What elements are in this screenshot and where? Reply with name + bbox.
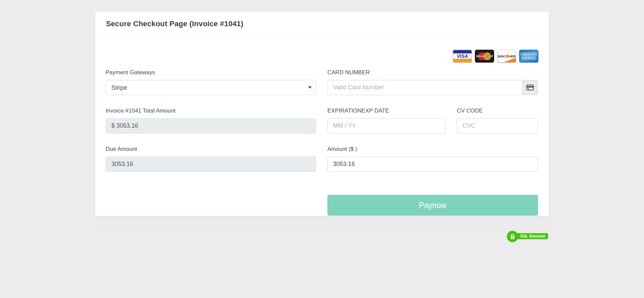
ssl-secured-badge: SSL Secured [507, 231, 547, 242]
payment-gateway-select-wrap: Stripe [106, 80, 316, 95]
paynow-button[interactable]: Paynow [327, 195, 538, 216]
amex-label: AMERICAN EXPRESS [520, 50, 538, 62]
invoice-total-field: Invoice #1041 Total Amount [106, 107, 316, 133]
ssl-badge-text: SSL Secured [516, 233, 548, 239]
discover-orange-ball [506, 55, 509, 58]
form-left-column: Payment Gateways Stripe Invoice #1041 To… [106, 69, 316, 216]
amount-label: Amount ($ ) [327, 145, 538, 153]
lock-icon [510, 234, 515, 240]
visa-card-icon: VISA [453, 50, 472, 62]
card-number-addon [523, 80, 538, 95]
page-divider [95, 229, 549, 229]
card-header: Secure Checkout Page (Invoice #1041) [95, 12, 549, 36]
payment-gateway-select[interactable]: Stripe [106, 80, 316, 95]
visa-label: VISA [453, 53, 472, 59]
discover-swoosh [503, 58, 516, 62]
amex-label-line1: AMERICAN [521, 53, 537, 56]
expiration-input[interactable] [327, 118, 445, 133]
due-amount-input [106, 157, 316, 172]
card-number-label: CARD NUMBER [327, 69, 538, 76]
discover-card-icon: DISCVER [497, 50, 516, 62]
due-amount-label: Due Amount [106, 145, 316, 153]
invoice-total-label: Invoice #1041 Total Amount [106, 107, 316, 115]
expiration-field: EXPIRATIONEXP DATE [327, 107, 445, 133]
invoice-total-input [106, 118, 316, 133]
exp-cvc-row: EXPIRATIONEXP DATE CV CODE [327, 107, 538, 133]
due-amount-field: Due Amount [106, 145, 316, 172]
card-number-input[interactable] [327, 80, 523, 95]
cvc-input[interactable] [457, 118, 538, 133]
card-body: VISA MasterCard DISCVER AMERICAN EXPRESS [95, 49, 549, 216]
checkout-page: { "card": { "title": "Secure Checkout Pa… [0, 0, 644, 298]
payment-gateway-label: Payment Gateways [106, 69, 316, 76]
amex-card-icon: AMERICAN EXPRESS [519, 50, 538, 62]
form-right-column: CARD NUMBER EXPI [327, 69, 538, 216]
amount-input[interactable] [327, 157, 538, 172]
discover-label-left: DISC [498, 54, 506, 58]
visa-bottom-stripe [453, 59, 472, 62]
cvc-field: CV CODE [457, 107, 538, 133]
amount-field: Amount ($ ) [327, 145, 538, 172]
page-title: Secure Checkout Page (Invoice #1041) [106, 19, 243, 28]
payment-gateway-field: Payment Gateways Stripe [106, 69, 316, 95]
credit-card-icon [526, 84, 534, 91]
card-number-input-group [327, 80, 538, 95]
accepted-cards-row: VISA MasterCard DISCVER AMERICAN EXPRESS [106, 49, 538, 63]
checkout-form: Payment Gateways Stripe Invoice #1041 To… [106, 69, 538, 216]
mastercard-label: MasterCard [475, 50, 494, 62]
discover-label-right: VER [509, 54, 516, 58]
amex-label-line2: EXPRESS [522, 56, 536, 59]
cvc-label: CV CODE [457, 107, 538, 115]
checkout-card: Secure Checkout Page (Invoice #1041) VIS… [95, 12, 549, 216]
ssl-badge-circle [507, 231, 518, 242]
expiration-label: EXPIRATIONEXP DATE [327, 107, 445, 115]
mastercard-card-icon: MasterCard [475, 50, 494, 62]
card-number-field: CARD NUMBER [327, 69, 538, 95]
